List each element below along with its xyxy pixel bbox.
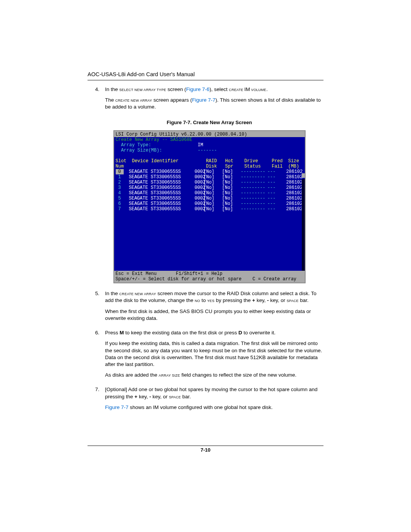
content-area: 4. In the Select New Array Type screen (… <box>95 86 323 419</box>
table-row: 3 SEAGATE ST3300655SS 0002[No][No]------… <box>114 185 305 190</box>
bios-table-body: 0 SEAGATE ST3300655SS 0002[No][No]------… <box>114 169 305 212</box>
step-4-p1: In the Select New Array Type screen (Fig… <box>105 86 323 93</box>
step-7-p1: [Optional] Add one or two global hot spa… <box>105 386 323 400</box>
table-row: 2 SEAGATE ST3300655SS 0002[No][No]------… <box>114 180 305 185</box>
bios-table-header-2: Num Disk Spr Status Fail (MB) <box>114 164 305 169</box>
step-number: 4. <box>95 86 105 115</box>
page-header-title: AOC-USAS-L8i Add-on Card User's Manual <box>88 71 195 78</box>
step-7: 7. [Optional] Add one or two global hot … <box>95 386 323 415</box>
step-number: 6. <box>95 329 105 382</box>
table-row: 0 SEAGATE ST3300655SS 0002[No][No]------… <box>114 169 305 174</box>
figure-7-7: LSI Corp Config Utility v6.22.00.00 (200… <box>113 130 306 283</box>
step-5-p1: In the Create New Array screen move the … <box>105 290 323 304</box>
step-number: 7. <box>95 386 105 415</box>
bios-footer: Esc = Exit Menu F1/Shift+1 = Help Space/… <box>114 271 305 283</box>
table-row: 7 SEAGATE ST3300655SS 0002[No][No]------… <box>114 206 305 212</box>
link-fig-7-7b[interactable]: Figure 7-7 <box>105 404 129 410</box>
page-container: AOC-USAS-L8i Add-on Card User's Manual 4… <box>0 0 411 532</box>
step-6: 6. Press M to keep the existing data on … <box>95 329 323 382</box>
bios-array-size: Array Size(MB):------- <box>114 148 305 153</box>
table-row: 4 SEAGATE ST3300655SS 0002[No][No]------… <box>114 190 305 196</box>
footer-rule <box>88 446 323 446</box>
step-number: 5. <box>95 290 105 326</box>
header-rule <box>88 80 323 80</box>
bios-table-header-1: Slot Device Identifier RAID Hot Drive Pr… <box>114 158 305 164</box>
page-number: 7-10 <box>0 447 411 454</box>
table-row: 1 SEAGATE ST3300655SS 0002[No][No]------… <box>114 174 305 180</box>
step-7-p2: Figure 7-7 shows an IM volume configured… <box>105 404 323 411</box>
table-row: 5 SEAGATE ST3300655SS 0002[No][No]------… <box>114 196 305 201</box>
step-4-p2: The Create New Array screen appears (Fig… <box>105 97 323 110</box>
bios-screen: LSI Corp Config Utility v6.22.00.00 (200… <box>113 130 306 283</box>
step-5: 5. In the Create New Array screen move t… <box>95 290 323 326</box>
scroll-track <box>302 179 305 271</box>
scrollbar-icon <box>302 173 305 178</box>
step-6-p2: If you keep the existing data, this is c… <box>105 340 323 368</box>
step-6-p3: As disks are added the Array Size field … <box>105 372 323 379</box>
bios-subtitle: Create New Array -- SAS1068E <box>114 137 305 142</box>
figure-caption: Figure 7-7. Create New Array Screen <box>95 119 323 126</box>
link-fig-7-6[interactable]: Figure 7-6 <box>186 86 210 92</box>
bios-array-type: Array Type:IM <box>114 142 305 148</box>
link-fig-7-7a[interactable]: Figure 7-7 <box>192 97 216 103</box>
step-4: 4. In the Select New Array Type screen (… <box>95 86 323 115</box>
bios-title: LSI Corp Config Utility v6.22.00.00 (200… <box>114 131 305 137</box>
step-6-p1: Press M to keep the existing data on the… <box>105 329 323 336</box>
table-row: 6 SEAGATE ST3300655SS 0002[No][No]------… <box>114 201 305 206</box>
step-5-p2: When the first disk is added, the SAS BI… <box>105 308 323 322</box>
